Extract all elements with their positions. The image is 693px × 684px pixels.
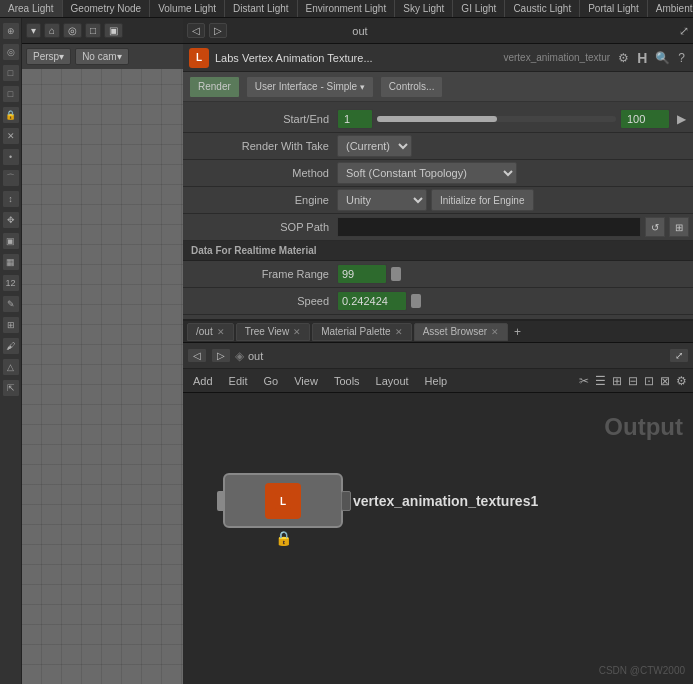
frame-range-slider bbox=[337, 264, 391, 284]
tab-area-light[interactable]: Area Light bbox=[0, 0, 63, 17]
sop-path-pick-btn[interactable]: ⊞ bbox=[669, 217, 689, 237]
cam-controls: Persp▾ No cam▾ bbox=[22, 44, 183, 69]
help-icon[interactable]: ? bbox=[676, 49, 687, 67]
speed-row: Speed bbox=[183, 288, 693, 315]
icon-sel2[interactable]: ▦ bbox=[2, 253, 20, 271]
vp-size-btn[interactable]: ▣ bbox=[104, 23, 123, 38]
vp-home-btn[interactable]: ⌂ bbox=[44, 23, 60, 38]
persp-btn[interactable]: Persp▾ bbox=[26, 48, 71, 65]
icon-arrow[interactable]: ↕ bbox=[2, 190, 20, 208]
sop-path-input[interactable] bbox=[337, 217, 641, 237]
tool-grid2-icon[interactable]: ⊟ bbox=[628, 374, 638, 388]
sop-path-refresh-btn[interactable]: ↺ bbox=[645, 217, 665, 237]
init-engine-btn[interactable]: Initialize for Engine bbox=[431, 189, 534, 211]
tab-gi-light[interactable]: GI Light bbox=[453, 0, 505, 17]
icon-lock[interactable]: 🔒 bbox=[2, 106, 20, 124]
icon-add[interactable]: ⊕ bbox=[2, 22, 20, 40]
houdini-h-icon[interactable]: H bbox=[635, 48, 649, 68]
tab-portal-light[interactable]: Portal Light bbox=[580, 0, 648, 17]
render-take-select[interactable]: (Current) bbox=[337, 135, 412, 157]
speed-label: Speed bbox=[187, 295, 337, 307]
menu-go[interactable]: Go bbox=[260, 374, 283, 388]
tool-cut-icon[interactable]: ✂ bbox=[579, 374, 589, 388]
bottom-tab-asset[interactable]: Asset Browser ✕ bbox=[414, 323, 508, 341]
engine-control: Unity Initialize for Engine bbox=[337, 189, 689, 211]
menu-view[interactable]: View bbox=[290, 374, 322, 388]
out-tab-close[interactable]: ✕ bbox=[217, 327, 225, 337]
tab-distant-light[interactable]: Distant Light bbox=[225, 0, 298, 17]
tool-settings-icon[interactable]: ⚙ bbox=[676, 374, 687, 388]
icon-dot[interactable]: • bbox=[2, 148, 20, 166]
tool-split-icon[interactable]: ⊠ bbox=[660, 374, 670, 388]
asset-tab-label: Asset Browser bbox=[423, 326, 487, 337]
menu-tools[interactable]: Tools bbox=[330, 374, 364, 388]
icon-box2[interactable]: □ bbox=[2, 85, 20, 103]
start-end-control: ▶ bbox=[337, 109, 689, 129]
render-tab[interactable]: Render bbox=[189, 76, 240, 98]
tool-list-icon[interactable]: ☰ bbox=[595, 374, 606, 388]
top-tab-bar: Area Light Geometry Node Volume Light Di… bbox=[0, 0, 693, 18]
node-shape[interactable]: L 🔒 bbox=[223, 473, 343, 528]
asset-tab-close[interactable]: ✕ bbox=[491, 327, 499, 337]
frame-range-label: Frame Range bbox=[187, 268, 337, 280]
vp-camera-btn[interactable]: ◎ bbox=[63, 23, 82, 38]
range-fill bbox=[377, 116, 497, 122]
panel-nav-back[interactable]: ◁ bbox=[187, 23, 205, 38]
icon-nodes[interactable]: ⊞ bbox=[2, 316, 20, 334]
vp-dropdown-btn[interactable]: ▾ bbox=[26, 23, 41, 38]
icon-link[interactable]: ⇱ bbox=[2, 379, 20, 397]
tab-geo-node[interactable]: Geometry Node bbox=[63, 0, 151, 17]
tool-grid-icon[interactable]: ⊞ bbox=[612, 374, 622, 388]
tool-cols-icon[interactable]: ⊡ bbox=[644, 374, 654, 388]
icon-edit[interactable]: ✎ bbox=[2, 295, 20, 313]
speed-input[interactable] bbox=[337, 291, 407, 311]
bottom-nav-back[interactable]: ◁ bbox=[187, 348, 207, 363]
panel-expand-icon[interactable]: ⤢ bbox=[679, 24, 689, 38]
bottom-tab-tree[interactable]: Tree View ✕ bbox=[236, 323, 310, 341]
panel-title-icons: ⚙ H 🔍 ? bbox=[616, 48, 687, 68]
frame-range-input[interactable] bbox=[337, 264, 387, 284]
controls-tab[interactable]: Controls... bbox=[380, 76, 444, 98]
ui-simple-tab[interactable]: User Interface - Simple ▾ bbox=[246, 76, 374, 98]
frame-range-thumb[interactable] bbox=[391, 267, 401, 281]
range-end-btn[interactable]: ▶ bbox=[674, 111, 689, 127]
tab-caustic-light[interactable]: Caustic Light bbox=[505, 0, 580, 17]
engine-select[interactable]: Unity bbox=[337, 189, 427, 211]
tab-volume-light[interactable]: Volume Light bbox=[150, 0, 225, 17]
material-tab-close[interactable]: ✕ bbox=[395, 327, 403, 337]
icon-curve[interactable]: ⌒ bbox=[2, 169, 20, 187]
form-area: Start/End ▶ Render With bbox=[183, 102, 693, 319]
end-input[interactable] bbox=[620, 109, 670, 129]
menu-layout[interactable]: Layout bbox=[372, 374, 413, 388]
icon-target[interactable]: ◎ bbox=[2, 43, 20, 61]
icon-cross[interactable]: ✕ bbox=[2, 127, 20, 145]
icon-geo[interactable]: △ bbox=[2, 358, 20, 376]
icon-num[interactable]: 12 bbox=[2, 274, 20, 292]
menu-edit[interactable]: Edit bbox=[225, 374, 252, 388]
nocam-btn[interactable]: No cam▾ bbox=[75, 48, 128, 65]
gear-icon[interactable]: ⚙ bbox=[616, 49, 631, 67]
tab-sky-light[interactable]: Sky Light bbox=[395, 0, 453, 17]
tree-tab-close[interactable]: ✕ bbox=[293, 327, 301, 337]
bottom-expand-btn[interactable]: ⤢ bbox=[669, 348, 689, 363]
icon-sel[interactable]: ▣ bbox=[2, 232, 20, 250]
node-lock-icon: 🔒 bbox=[275, 530, 292, 546]
tab-ambient-light[interactable]: Ambient Light bbox=[648, 0, 693, 17]
icon-box[interactable]: □ bbox=[2, 64, 20, 82]
panel-title-bar: L Labs Vertex Animation Texture... verte… bbox=[183, 44, 693, 72]
add-tab-btn[interactable]: + bbox=[514, 325, 521, 339]
speed-thumb[interactable] bbox=[411, 294, 421, 308]
menu-help[interactable]: Help bbox=[421, 374, 452, 388]
tab-env-light[interactable]: Environment Light bbox=[298, 0, 396, 17]
start-input[interactable] bbox=[337, 109, 373, 129]
method-select[interactable]: Soft (Constant Topology) bbox=[337, 162, 517, 184]
icon-brush[interactable]: 🖌 bbox=[2, 337, 20, 355]
bottom-nav-fwd[interactable]: ▷ bbox=[211, 348, 231, 363]
vp-mode-btn[interactable]: □ bbox=[85, 23, 101, 38]
search-icon[interactable]: 🔍 bbox=[653, 49, 672, 67]
panel-nav-fwd[interactable]: ▷ bbox=[209, 23, 227, 38]
icon-grab[interactable]: ✥ bbox=[2, 211, 20, 229]
bottom-tab-out[interactable]: /out ✕ bbox=[187, 323, 234, 341]
bottom-tab-material[interactable]: Material Palette ✕ bbox=[312, 323, 411, 341]
menu-add[interactable]: Add bbox=[189, 374, 217, 388]
